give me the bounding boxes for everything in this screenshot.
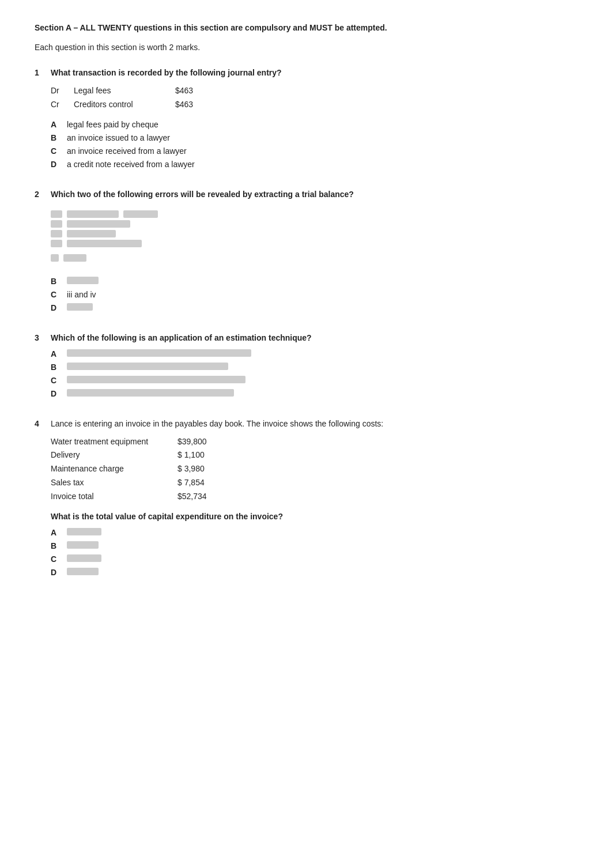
- q1-journal: Dr Legal fees $463 Cr Creditors control …: [51, 84, 577, 112]
- q3-option-b[interactable]: B: [51, 363, 577, 372]
- q1-option-d[interactable]: D a credit note received from a lawyer: [51, 160, 577, 169]
- journal-cr-amount: $463: [175, 98, 210, 112]
- q2-number: 2: [35, 190, 51, 199]
- invoice-row-maintenance: Maintenance charge $ 3,980: [51, 462, 577, 476]
- q4-number: 4: [35, 419, 51, 428]
- q2-option-b[interactable]: B: [51, 277, 577, 286]
- invoice-row-salestax: Sales tax $ 7,854: [51, 476, 577, 490]
- journal-dr-label: Dr: [51, 84, 65, 98]
- q4-option-b[interactable]: B: [51, 541, 577, 550]
- journal-dr-amount: $463: [175, 84, 210, 98]
- journal-row-cr: Cr Creditors control $463: [51, 98, 577, 112]
- q3-text: Which of the following is an application…: [51, 333, 577, 342]
- journal-cr-account: Creditors control: [74, 98, 166, 112]
- question-1: 1 What transaction is recorded by the fo…: [35, 68, 577, 169]
- q2-image-area: [51, 206, 577, 269]
- journal-dr-account: Legal fees: [74, 84, 166, 98]
- invoice-row-total: Invoice total $52,734: [51, 490, 577, 504]
- section-header: Section A – ALL TWENTY questions in this…: [35, 23, 577, 32]
- q3-number: 3: [35, 333, 51, 342]
- q1-option-b[interactable]: B an invoice issued to a lawyer: [51, 133, 577, 142]
- invoice-row-water: Water treatment equipment $39,800: [51, 435, 577, 449]
- q3-option-a[interactable]: A: [51, 349, 577, 358]
- q4-option-c[interactable]: C: [51, 554, 577, 564]
- invoice-row-delivery: Delivery $ 1,100: [51, 448, 577, 462]
- question-2: 2 Which two of the following errors will…: [35, 190, 577, 312]
- q1-option-a[interactable]: A legal fees paid by cheque: [51, 120, 577, 129]
- journal-row-dr: Dr Legal fees $463: [51, 84, 577, 98]
- q4-option-a[interactable]: A: [51, 528, 577, 537]
- q4-intro: Lance is entering an invoice in the paya…: [51, 419, 577, 428]
- q4-sub-question: What is the total value of capital expen…: [51, 512, 577, 521]
- q2-text: Which two of the following errors will b…: [51, 190, 577, 199]
- question-4: 4 Lance is entering an invoice in the pa…: [35, 419, 577, 577]
- q4-option-d[interactable]: D: [51, 568, 577, 577]
- q1-number: 1: [35, 68, 51, 77]
- q1-option-c[interactable]: C an invoice received from a lawyer: [51, 146, 577, 156]
- section-intro: Each question in this section is worth 2…: [35, 43, 577, 52]
- q1-text: What transaction is recorded by the foll…: [51, 68, 577, 77]
- question-3: 3 Which of the following is an applicati…: [35, 333, 577, 398]
- q2-option-c[interactable]: C iii and iv: [51, 290, 577, 299]
- journal-cr-label: Cr: [51, 98, 65, 112]
- q4-invoice: Water treatment equipment $39,800 Delive…: [51, 435, 577, 504]
- q2-option-d[interactable]: D: [51, 303, 577, 312]
- q3-option-c[interactable]: C: [51, 376, 577, 385]
- q3-option-d[interactable]: D: [51, 389, 577, 398]
